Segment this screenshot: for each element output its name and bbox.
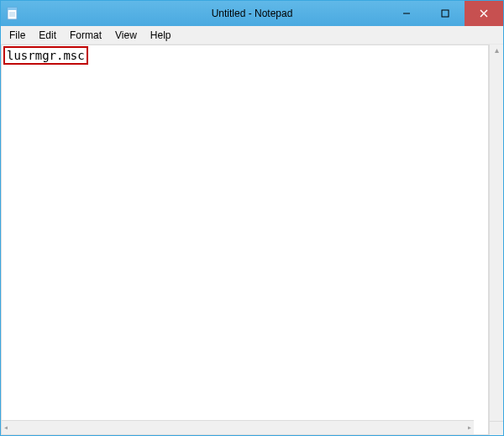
window-title: Untitled - Notepad	[212, 8, 293, 19]
menu-help[interactable]: Help	[144, 28, 178, 43]
scroll-corner	[489, 421, 503, 435]
horizontal-scrollbar[interactable]: ◂ ▸	[2, 420, 474, 434]
scroll-up-icon: ▴	[495, 46, 499, 55]
client-area: lusrmgr.msc ◂ ▸ ▴ ▾	[1, 45, 503, 435]
window-controls	[387, 1, 503, 26]
menu-file[interactable]: File	[3, 28, 32, 43]
svg-rect-6	[442, 10, 449, 17]
scroll-right-icon: ▸	[467, 423, 472, 432]
menu-view[interactable]: View	[108, 28, 144, 43]
notepad-icon	[6, 7, 19, 20]
scroll-left-icon: ◂	[3, 423, 8, 432]
editor-text-highlighted: lusrmgr.msc	[3, 46, 88, 65]
menu-edit[interactable]: Edit	[32, 28, 63, 43]
vertical-scrollbar[interactable]: ▴ ▾	[489, 45, 503, 435]
menubar: File Edit Format View Help	[1, 26, 503, 45]
text-editor[interactable]: lusrmgr.msc ◂ ▸	[1, 45, 489, 435]
minimize-button[interactable]	[387, 1, 426, 26]
svg-rect-1	[8, 8, 17, 10]
titlebar: Untitled - Notepad	[1, 1, 503, 26]
maximize-button[interactable]	[426, 1, 465, 26]
close-button[interactable]	[465, 1, 503, 26]
menu-format[interactable]: Format	[63, 28, 108, 43]
